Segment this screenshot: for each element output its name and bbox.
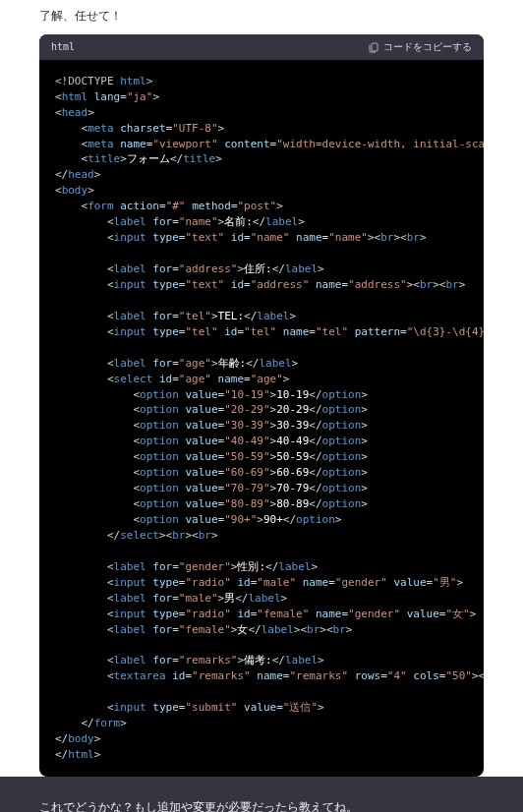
copy-code-button[interactable]: コードをコピーする bbox=[368, 40, 472, 54]
copy-code-label: コードをコピーする bbox=[383, 40, 472, 54]
assistant-intro-line: 了解、任せて！ bbox=[0, 0, 523, 34]
svg-rect-0 bbox=[372, 43, 378, 51]
code-header: html コードをコピーする bbox=[39, 34, 484, 60]
code-content[interactable]: <!DOCTYPE html> <html lang="ja"> <head> … bbox=[39, 60, 484, 777]
assistant-reply-text: これでどうかな？もし追加や変更が必要だったら教えてね。 bbox=[0, 798, 523, 812]
clipboard-icon bbox=[368, 41, 379, 53]
code-language-label: html bbox=[51, 41, 75, 52]
code-block: html コードをコピーする <!DOCTYPE html> <html lan… bbox=[39, 34, 484, 777]
